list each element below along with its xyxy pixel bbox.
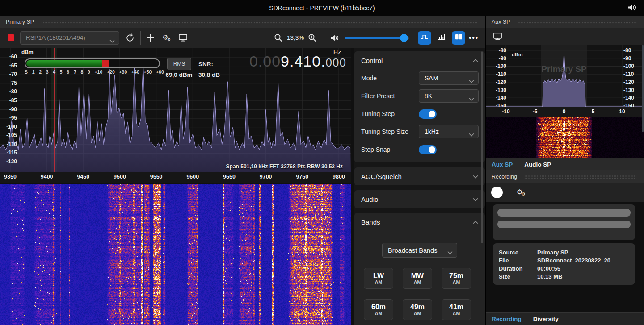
tab-aux-sp[interactable]: Aux SP [492,161,513,168]
frequency-tick-label: 9650 [223,174,236,180]
svg-text:-100: -100 [496,63,506,69]
band-name: MW [411,272,424,280]
audio-header[interactable]: Audio [354,190,485,208]
control-scrollbar[interactable] [481,51,483,243]
step-mode-button[interactable] [418,31,431,45]
band-button-lw[interactable]: LWAM [364,268,393,289]
control-section-title: Control [361,57,383,64]
detail-label: File [499,257,537,264]
s-meter-tick: 1 [32,69,35,75]
display-icon[interactable] [491,30,504,42]
panel-drag-handle[interactable] [41,20,478,24]
aux-spectrum-display[interactable]: Primary SP -80-80-90-90-100-100-110-110-… [486,45,644,107]
stop-button[interactable] [8,34,14,41]
panel-drag-handle[interactable] [524,175,637,179]
control-row-label: Filter Preset [361,92,419,100]
record-button[interactable] [491,187,503,198]
tuning-step-size-select[interactable]: 1kHz [419,125,479,138]
db-tick-label: -75 [0,80,17,86]
bands-header[interactable]: Bands [354,213,485,231]
frequency-digits: 0.00 9.410. 000 [249,53,346,70]
frequency-tick-label: 9750 [296,174,308,180]
aux-toolbar [486,28,644,45]
volume-slider[interactable] [345,33,409,42]
rms-button[interactable]: RMS [167,58,191,70]
split-view-button[interactable] [452,31,465,45]
settings-gears-icon[interactable]: ⚙⚙ [160,32,173,44]
panel-drag-handle[interactable] [518,20,637,24]
db-tick-label: -90 [0,106,17,112]
band-button-49m[interactable]: 49mAM [403,299,432,320]
s-meter-tick: S [25,69,28,75]
aux-waterfall[interactable] [486,117,644,158]
band-button-mw[interactable]: MWAM [403,268,432,289]
primary-frequency-axis: 9350940094509500955096009650970097509800 [0,172,351,183]
refresh-icon[interactable] [124,32,136,44]
more-options-button[interactable]: ••• [469,34,479,42]
frequency-unit: Hz [333,49,341,56]
tab-recording[interactable]: Recording [492,316,522,322]
recording-header: Recording [486,170,644,183]
aux-spectrum-plot[interactable]: -80-80-90-90-100-100-110-110-120-120-130… [486,45,644,107]
toolbar-divider [140,31,141,45]
frequency-readout[interactable]: Hz 0.00 9.410. 000 [249,49,346,72]
db-tick-label: -115 [0,150,17,156]
aux-scrollbar[interactable] [642,45,644,132]
band-name: 75m [449,272,463,280]
audio-output-icon[interactable] [627,4,637,12]
chevron-up-icon [473,218,478,226]
device-select[interactable]: RSP1A (180201A494) [20,31,119,45]
band-button-60m[interactable]: 60mAM [364,299,393,320]
aux-sp-panel: Aux SP Primary SP -80-80-90-90-100-100-1… [486,16,644,325]
primary-spectrum-display[interactable]: -60-65-70-75-80-85-90-95-100-105-110-115… [0,48,351,172]
recording-details-card: SourcePrimary SPFileSDRconnect_20230822_… [493,243,635,285]
zoom-in-icon[interactable] [306,32,319,44]
band-name: 49m [410,303,425,311]
svg-text:-120: -120 [623,79,634,85]
settings-gears-icon[interactable]: ⚙⚙ [515,186,527,199]
db-tick-label: -85 [0,97,17,104]
app-window: SDRconnect - PREVIEW (b11b5bcc7) Primary… [0,0,644,325]
primary-sp-panel: Primary SP RSP1A (180201A494) ⚙⚙ 13,3% [0,16,485,325]
band-mode: AM [375,311,382,316]
db-tick-label: -95 [0,115,17,121]
volume-thumb[interactable] [400,34,408,42]
step-snap-toggle[interactable] [419,145,479,154]
snr-value: 30,8 dB [198,71,220,78]
tab-audio-sp[interactable]: Audio SP [524,161,551,168]
spectrum-view-button[interactable] [435,31,448,45]
svg-text:-80: -80 [623,47,631,54]
add-icon[interactable] [144,32,157,44]
volume-icon[interactable] [328,32,341,44]
agc-squelch-header[interactable]: AGC/Squelch [354,167,485,185]
band-button-41m[interactable]: 41mAM [442,299,471,320]
detail-value: SDRconnect_20230822_20... [537,257,615,264]
aux-tune-marker [564,45,564,107]
s-meter-tick: +20 [107,69,115,75]
chevron-down-icon [109,37,115,45]
aux-frequency-tick-label: 5 [592,108,595,115]
aux-frequency-tick-label: 0 [563,108,566,115]
tuning-step-toggle[interactable] [419,109,479,119]
control-row-tuning-step: Tuning Step [354,105,485,123]
filter-preset-select[interactable]: 8K [419,89,479,103]
frequency-tick-label: 9700 [260,174,272,180]
audio-section: Audio [354,190,485,208]
svg-text:dBm: dBm [512,52,523,57]
frequency-tick-label: 9800 [333,174,345,180]
control-section-header[interactable]: Control [354,51,485,69]
tab-diversity[interactable]: Diversity [533,316,559,322]
primary-waterfall[interactable] [0,184,351,325]
zoom-out-icon[interactable] [272,32,285,44]
mode-select[interactable]: SAM [419,71,479,85]
band-group-select[interactable]: Broadcast Bands [382,243,457,258]
svg-text:-120: -120 [496,79,506,85]
s-meter [25,58,160,68]
s-meter-tick: 9 [88,69,90,75]
detail-label: Duration [499,265,537,272]
control-rows: ModeSAMFilter Preset8KTuning StepTuning … [354,69,485,162]
display-icon[interactable] [177,32,189,44]
db-tick-label: -65 [0,62,17,69]
band-button-75m[interactable]: 75mAM [442,268,471,289]
aux-frequency-axis: -10-50510 [486,107,644,117]
